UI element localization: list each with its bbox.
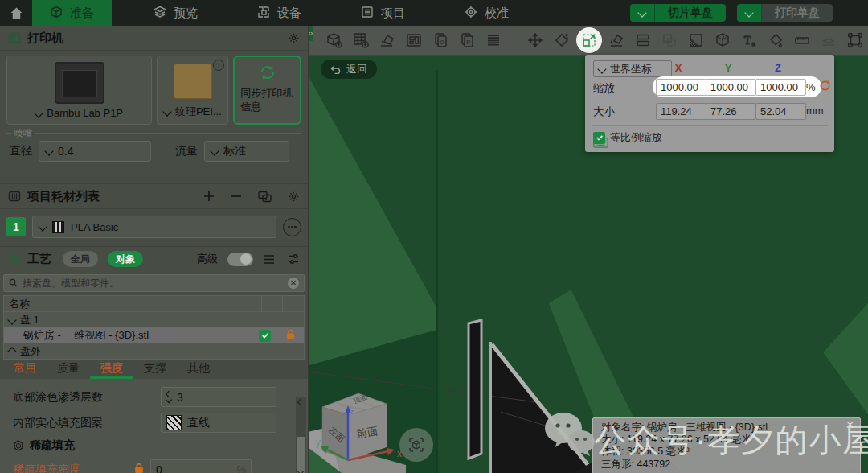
scale-z-input[interactable]: 1000.00 (755, 79, 806, 96)
scale-x-input[interactable]: 1000.00 (656, 79, 706, 96)
print-plate-button[interactable]: 打印单盘 (762, 4, 833, 22)
tab-label: 校准 (485, 6, 509, 21)
search-input[interactable]: 搜索盘、模型和零件。 ✕ (3, 274, 305, 292)
slice-plate-button[interactable]: 切片单盘 (655, 4, 726, 22)
auto-orient-icon[interactable] (375, 28, 399, 52)
print-plate-split-button: 打印单盘 (737, 4, 833, 22)
tab-others[interactable]: 其他 (177, 361, 220, 379)
cut-icon[interactable] (631, 28, 655, 52)
size-z-input[interactable]: 52.04 (755, 103, 806, 120)
left-sidebar: 打印机 Bambu Lab P1P i 纹理PEI... 同步打印机信息 (0, 26, 309, 473)
flow-dropdown[interactable]: 标准 (204, 141, 289, 162)
remove-filament-icon[interactable] (231, 191, 242, 202)
chevron-down-icon (210, 146, 219, 155)
add-object-icon[interactable] (322, 28, 346, 52)
tab-label: 设备 (277, 6, 301, 21)
slice-dropdown-button[interactable] (630, 4, 655, 22)
toolbar-separator (514, 31, 514, 49)
tab-common[interactable]: 常用 (3, 361, 47, 379)
cube-z-label: z (350, 408, 354, 415)
keyboard-icon[interactable] (593, 138, 608, 150)
place-on-face-icon[interactable] (604, 28, 628, 52)
advanced-toggle[interactable] (227, 253, 253, 266)
chevron-down-icon (162, 107, 171, 116)
infill-density-input[interactable]: 0 % (150, 459, 252, 473)
tab-project[interactable]: 项目 (343, 0, 423, 26)
printer-select-card[interactable]: Bambu Lab P1P (6, 56, 152, 125)
sidebar-scrollbar[interactable] (296, 397, 306, 473)
info-minimize-icon[interactable]: − (846, 464, 854, 473)
fill-color-icon[interactable] (684, 28, 708, 52)
scale-icon[interactable] (576, 27, 602, 53)
parameter-panel: 底部涂色渗透层数 3 内部实心填充图案 直线 稀疏填充 稀疏填充密度 (0, 379, 308, 473)
object-name: 锅炉房 - 三维视图 - {3D}.stl (23, 328, 254, 343)
tree-outside-row[interactable]: 盘外 (4, 343, 304, 359)
variable-layer-height-icon[interactable] (481, 28, 506, 52)
process-layers-icon (8, 253, 21, 265)
scale-y-input[interactable]: 1000.00 (706, 79, 756, 96)
scrollbar-thumb[interactable] (297, 437, 305, 473)
lock-icon[interactable] (133, 463, 145, 473)
tree-object-row[interactable]: 锅炉房 - 三维视图 - {3D}.stl (4, 327, 304, 343)
rotate-icon[interactable] (550, 28, 574, 52)
search-placeholder: 搜索盘、模型和零件。 (23, 277, 283, 290)
measure-icon[interactable] (790, 28, 814, 52)
print-dropdown-button[interactable] (737, 4, 762, 22)
size-x-input[interactable]: 119.24 (656, 103, 706, 120)
fit-view-button[interactable] (399, 428, 433, 462)
back-button[interactable]: 返回 (321, 60, 377, 79)
tab-calibration[interactable]: 校准 (447, 0, 526, 26)
paste-icon[interactable]: P (455, 28, 479, 52)
sidebar-collapse-handle[interactable]: ‹› (308, 26, 313, 41)
navigation-cube[interactable]: 顶面 左面 前面 z y x (314, 386, 404, 468)
tree-plate-row[interactable]: 盘 1 (4, 312, 304, 327)
diameter-dropdown[interactable]: 0.4 (39, 141, 151, 162)
bottom-layers-spinner[interactable]: 3 (161, 387, 276, 407)
param-list-icon[interactable] (263, 254, 275, 265)
tune-icon[interactable] (288, 253, 300, 265)
scope-global-pill[interactable]: 全局 (63, 251, 98, 267)
tab-strength[interactable]: 强度 (90, 361, 133, 379)
bambu-studio-window: 准备 预览 设备 项目 校准 切片单盘 打印单盘 (0, 0, 868, 473)
lock-icon[interactable] (285, 329, 296, 342)
home-icon[interactable] (0, 0, 32, 26)
copy-icon[interactable]: 0 (428, 28, 452, 52)
topbar-actions: 切片单盘 打印单盘 (630, 4, 833, 22)
tab-quality[interactable]: 质量 (47, 361, 90, 379)
mesh-repair-icon[interactable] (710, 28, 735, 52)
chevron-right-icon (7, 347, 16, 356)
add-filament-icon[interactable] (203, 191, 215, 202)
size-y-input[interactable]: 77.26 (706, 103, 756, 120)
filament-menu-button[interactable] (283, 218, 301, 236)
tab-device[interactable]: 设备 (240, 0, 319, 26)
spinner-arrows-icon[interactable] (166, 392, 171, 402)
svg-text:a: a (751, 40, 755, 47)
ams-sync-icon[interactable] (258, 191, 272, 203)
tab-preview[interactable]: 预览 (136, 0, 215, 26)
text-tool-icon[interactable]: Ta (737, 28, 761, 52)
reset-scale-icon[interactable] (819, 80, 831, 94)
printer-settings-gear-icon[interactable] (288, 32, 300, 44)
sync-printer-button[interactable]: 同步打印机信息 (233, 56, 301, 125)
filament-slot-badge: 1 (6, 217, 26, 236)
add-plate-icon[interactable] (349, 28, 373, 52)
tab-prepare[interactable]: 准备 (32, 0, 112, 26)
flow-value: 标准 (223, 144, 246, 158)
filament-settings-gear-icon[interactable] (288, 191, 300, 203)
move-icon[interactable] (523, 28, 547, 52)
assembly-view-icon[interactable] (843, 28, 867, 52)
viewport-3d[interactable]: ‹› 0 P Ta 返回 (308, 26, 868, 473)
scope-objects-pill[interactable]: 对象 (108, 251, 143, 267)
printer-name: Bambu Lab P1P (47, 107, 123, 119)
arrange-icon[interactable] (402, 28, 426, 52)
object-visible-checkbox[interactable] (259, 330, 271, 342)
paint-icon[interactable] (764, 28, 788, 52)
tab-label: 项目 (381, 6, 405, 21)
tab-support[interactable]: 支撑 (133, 361, 177, 379)
filament-select[interactable]: PLA Basic (32, 216, 276, 238)
search-clear-icon[interactable]: ✕ (288, 278, 299, 289)
plate-select-card[interactable]: i 纹理PEI... (157, 56, 228, 125)
plate-name: 纹理PEI... (175, 105, 222, 119)
infill-pattern-dropdown[interactable]: 直线 (161, 413, 276, 433)
info-icon[interactable]: i (213, 60, 224, 71)
